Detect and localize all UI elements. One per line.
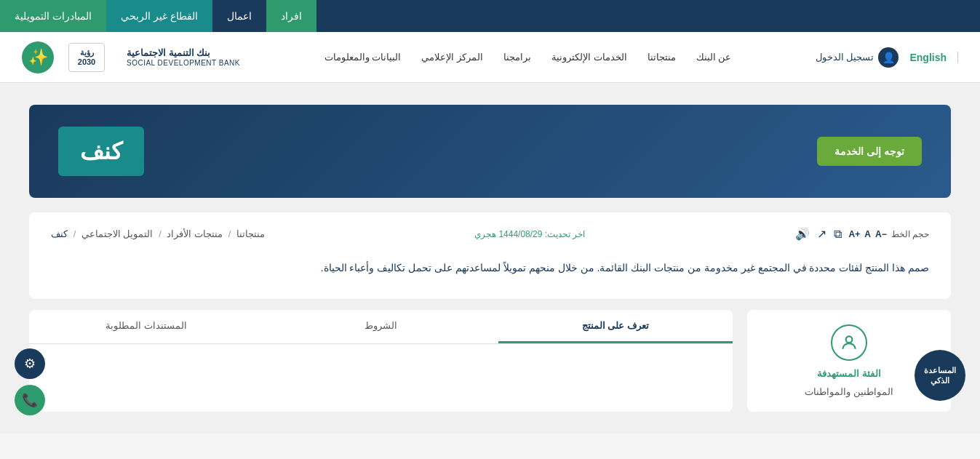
- target-label: الفئة المستهدفة: [817, 368, 881, 379]
- smart-assistant-button[interactable]: المساعدة الذكي: [915, 350, 965, 401]
- nav-item-data[interactable]: البيانات والمعلومات: [314, 44, 412, 70]
- header: English 👤 تسجيل الدخول عن البنك منتجاتنا…: [0, 32, 980, 83]
- tab-conditions[interactable]: الشروط: [263, 310, 498, 343]
- header-left: English 👤 تسجيل الدخول: [816, 47, 958, 68]
- copy-icon[interactable]: ⧉: [834, 228, 842, 241]
- top-nav: افراد اعمال القطاع غير الربحي المبادرات …: [0, 0, 980, 32]
- language-switch[interactable]: English: [909, 52, 958, 63]
- header-right: بنك التنمية الاجتماعية SOCIAL DEVELOPMEN…: [22, 41, 240, 73]
- login-button[interactable]: 👤 تسجيل الدخول: [816, 47, 899, 68]
- nav-item-products[interactable]: منتجاتنا: [637, 44, 686, 70]
- phone-float-button[interactable]: 📞: [15, 385, 45, 415]
- tool-icons: حجم الخط −A A +A ⧉ ↗ 🔊: [795, 227, 929, 241]
- top-nav-item-nonprofit[interactable]: القطاع غير الربحي: [106, 0, 212, 32]
- floating-buttons: ⚙ 📞: [15, 348, 45, 415]
- tabs-area: تعرف على المنتج الشروط المستندات المطلوب…: [29, 310, 733, 412]
- audio-icon[interactable]: 🔊: [795, 227, 810, 241]
- top-nav-item-business[interactable]: اعمال: [212, 0, 266, 32]
- hero-banner: توجه إلى الخدمة كنف: [29, 105, 951, 198]
- nav-item-programs[interactable]: برامجنا: [493, 44, 541, 70]
- svg-point-0: [846, 337, 853, 343]
- top-nav-item-individuals[interactable]: افراد: [266, 0, 316, 32]
- bank-logo: ✨: [22, 41, 54, 73]
- last-update: اخر تحديث: 1444/08/29 هجري: [474, 229, 585, 239]
- tab-documents[interactable]: المستندات المطلوبة: [29, 310, 263, 343]
- service-button[interactable]: توجه إلى الخدمة: [817, 137, 922, 166]
- target-value: المواطنين والمواطنات: [805, 386, 893, 397]
- nav-item-about[interactable]: عن البنك: [686, 44, 742, 70]
- vision-badge: رؤية 2030: [68, 43, 105, 72]
- tab-product-info[interactable]: تعرف على المنتج: [498, 310, 733, 343]
- info-card: حجم الخط −A A +A ⧉ ↗ 🔊 اخر تحديث: 1444/0…: [29, 212, 951, 299]
- font-decrease-btn[interactable]: −A: [875, 229, 887, 239]
- font-size-control: حجم الخط −A A +A: [849, 229, 929, 239]
- nav-item-eservices[interactable]: الخدمات الإلكترونية: [541, 44, 637, 70]
- font-normal-btn[interactable]: A: [864, 229, 871, 239]
- breadcrumb-row: حجم الخط −A A +A ⧉ ↗ 🔊 اخر تحديث: 1444/0…: [51, 227, 929, 241]
- breadcrumb: منتجاتنا / منتجات الأفراد / التمويل الاج…: [51, 228, 265, 239]
- font-increase-btn[interactable]: +A: [849, 229, 861, 239]
- tabs-header: تعرف على المنتج الشروط المستندات المطلوب…: [29, 310, 733, 344]
- top-nav-item-initiatives[interactable]: المبادرات التمويلية: [0, 0, 106, 32]
- meta-row: حجم الخط −A A +A: [849, 229, 929, 239]
- target-icon: [831, 324, 867, 361]
- content-area: توجه إلى الخدمة كنف حجم الخط −A A +A ⧉ ↗…: [0, 83, 980, 434]
- user-icon: 👤: [878, 47, 899, 68]
- share-icon[interactable]: ↗: [817, 227, 826, 241]
- settings-float-button[interactable]: ⚙: [15, 348, 45, 379]
- nav-item-media[interactable]: المركز الإعلامي: [411, 44, 493, 70]
- description-text: صمم هذا المنتج لفئات محددة في المجتمع غي…: [51, 248, 929, 284]
- bottom-section: الفئة المستهدفة المواطنين والمواطنات تعر…: [29, 310, 951, 412]
- main-nav: عن البنك منتجاتنا الخدمات الإلكترونية بر…: [240, 44, 816, 70]
- hero-title: كنف: [58, 127, 144, 176]
- logo-text: بنك التنمية الاجتماعية SOCIAL DEVELOPMEN…: [127, 47, 240, 67]
